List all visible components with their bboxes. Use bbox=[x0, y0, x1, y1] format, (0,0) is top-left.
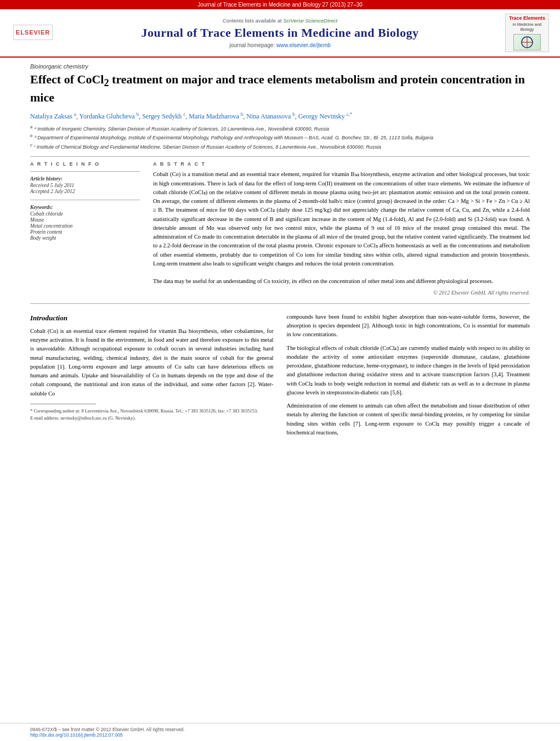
article-title: Effect of CoCl2 treatment on major and t… bbox=[30, 72, 530, 106]
logo-svg bbox=[516, 35, 538, 50]
divider-keywords bbox=[30, 200, 140, 200]
divider-2 bbox=[30, 303, 530, 304]
page-wrapper: Journal of Trace Elements in Medicine an… bbox=[0, 0, 560, 741]
affiliation-b: b ᵇ Department of Experimental Morpholog… bbox=[30, 133, 530, 142]
article-history-label: Article history: bbox=[30, 176, 140, 182]
intro-para1: Cobalt (Co) is an essential trace elemen… bbox=[30, 327, 274, 398]
abstract-heading: A B S T R A C T bbox=[153, 161, 530, 167]
intro-para3: The biological effects of cobalt chlorid… bbox=[287, 344, 530, 398]
body-section: Introduction Cobalt (Co) is an essential… bbox=[30, 313, 530, 442]
journal-citation: Journal of Trace Elements in Medicine an… bbox=[197, 2, 363, 8]
keyword-1: Cobalt chloride bbox=[30, 211, 140, 217]
section-tag: Bioinorganic chemistry bbox=[30, 63, 530, 70]
authors: Nataliya Zaksas a, Yordanka Gluhcheva b,… bbox=[30, 111, 530, 121]
affiliations: a ᵃ Institute of Inorganic Chemistry, Si… bbox=[30, 124, 530, 151]
keyword-5: Body weight bbox=[30, 235, 140, 241]
elsevier-logo: ELSEVIER bbox=[11, 25, 55, 42]
elsevier-box: ELSEVIER bbox=[13, 25, 53, 40]
logo-subtitle: in Medicine and Biology bbox=[508, 22, 546, 32]
keyword-2: Mouse bbox=[30, 217, 140, 223]
divider-info bbox=[30, 171, 140, 172]
elsevier-text: ELSEVIER bbox=[16, 29, 50, 36]
abstract-text: Cobalt (Co) is a transition metal and an… bbox=[153, 170, 530, 286]
bottom-bar: 0946-672X/$ – see front matter © 2012 El… bbox=[0, 723, 560, 741]
homepage-link[interactable]: www.elsevier.de/jtemb bbox=[276, 42, 331, 48]
col-article-info: A R T I C L E I N F O Article history: R… bbox=[30, 161, 140, 295]
journal-homepage: journal homepage: www.elsevier.de/jtemb bbox=[55, 42, 505, 48]
top-bar: Journal of Trace Elements in Medicine an… bbox=[0, 0, 560, 9]
journal-header: ELSEVIER Contents lists available at Sci… bbox=[0, 9, 560, 58]
keywords-title: Keywords: bbox=[30, 205, 140, 210]
accepted-date: Accepted 2 July 2012 bbox=[30, 189, 140, 194]
divider-1 bbox=[30, 156, 530, 157]
sciverse-link[interactable]: SciVerse ScienceDirect bbox=[283, 18, 337, 24]
affiliation-a: a ᵃ Institute of Inorganic Chemistry, Si… bbox=[30, 124, 530, 133]
journal-title: Journal of Trace Elements in Medicine an… bbox=[55, 26, 505, 40]
body-col-right: compounds have been found to exhibit hig… bbox=[287, 313, 530, 442]
article-info-heading: A R T I C L E I N F O bbox=[30, 161, 140, 167]
intro-para4: Administration of one element to animals… bbox=[287, 401, 530, 437]
article-info-abstract: A R T I C L E I N F O Article history: R… bbox=[30, 161, 530, 295]
intro-heading: Introduction bbox=[30, 313, 274, 324]
journal-header-center: Contents lists available at SciVerse Sci… bbox=[55, 18, 505, 48]
footnote-divider bbox=[30, 404, 96, 404]
keyword-3: Metal concentration bbox=[30, 223, 140, 229]
article-body: Bioinorganic chemistry Effect of CoCl2 t… bbox=[0, 58, 560, 452]
logo-title: Trace Elements bbox=[509, 15, 545, 21]
footnote-email: E-mail address: nevinsky@niboch.nsc.ru (… bbox=[30, 415, 274, 422]
keywords-section: Keywords: Cobalt chloride Mouse Metal co… bbox=[30, 200, 140, 241]
col-abstract: A B S T R A C T Cobalt (Co) is a transit… bbox=[153, 161, 530, 295]
footnote-corresponding: * Corresponding author at: 8 Lavrentievi… bbox=[30, 408, 274, 415]
affiliation-c: c ᶜ Institute of Chemical Biology and Fu… bbox=[30, 142, 530, 151]
keyword-4: Protein content bbox=[30, 229, 140, 235]
received-date: Received 5 July 2011 bbox=[30, 183, 140, 188]
sciverse-line: Contents lists available at SciVerse Sci… bbox=[55, 18, 505, 24]
intro-para2: compounds have been found to exhibit hig… bbox=[287, 313, 530, 340]
copyright: © 2012 Elsevier GmbH. All rights reserve… bbox=[153, 290, 530, 296]
doi-line: http://dx.doi.org/10.1016/j.jtemb.2012.0… bbox=[30, 732, 530, 738]
journal-logo-box: Trace Elements in Medicine and Biology bbox=[505, 14, 549, 52]
body-col-left: Introduction Cobalt (Co) is an essential… bbox=[30, 313, 274, 442]
issn-line: 0946-672X/$ – see front matter © 2012 El… bbox=[30, 727, 530, 732]
logo-image bbox=[513, 34, 541, 50]
doi-link[interactable]: http://dx.doi.org/10.1016/j.jtemb.2012.0… bbox=[30, 732, 123, 738]
